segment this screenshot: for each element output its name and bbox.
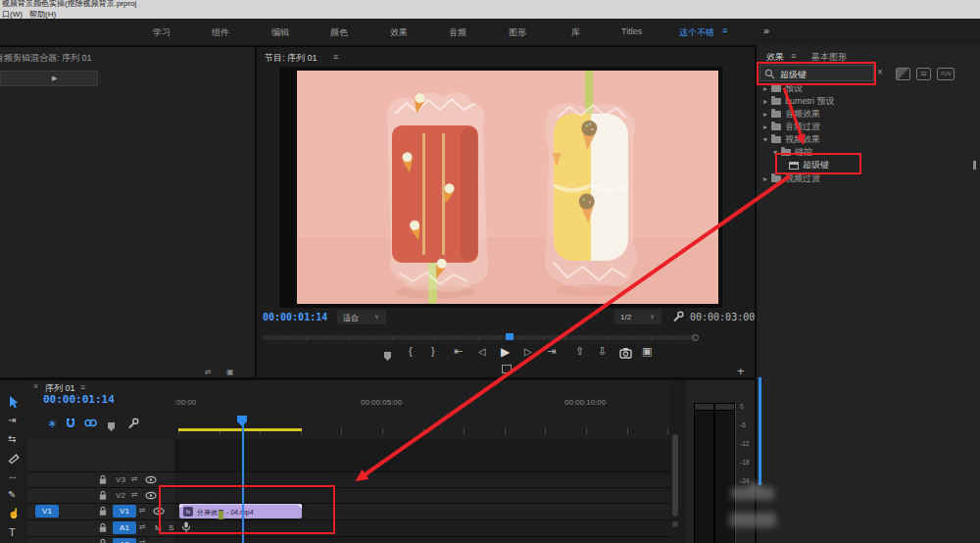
bit-depth-32-badge-icon[interactable]: 32 [916, 68, 931, 80]
track-a1-lock-icon[interactable] [97, 522, 109, 533]
timeline-tab-close-icon[interactable]: × [33, 381, 38, 391]
mark-out-button[interactable]: } [431, 346, 435, 357]
mark-in-button[interactable]: { [409, 346, 413, 357]
folder-icon [771, 123, 781, 130]
chevron-right-icon[interactable]: ▸ [763, 123, 767, 131]
timeline-vertical-scrollbar[interactable] [672, 434, 678, 517]
track-a2-sync-lock-icon[interactable]: ⇄ [139, 538, 146, 543]
extract-button[interactable]: ⇩ [598, 346, 607, 357]
program-fit-dropdown[interactable]: 适合 ∨ [337, 310, 386, 324]
mixer-footer-sync-icon[interactable]: ⇄ [205, 369, 212, 376]
nest-sequence-toggle-icon[interactable]: ∗ [47, 417, 57, 430]
track-select-forward-tool[interactable]: ⇥ [8, 416, 16, 425]
track-a1-sync-lock-icon[interactable]: ⇄ [139, 522, 146, 531]
chevron-right-icon[interactable]: ▸ [763, 175, 767, 183]
ripple-edit-tool[interactable]: ⇆ [8, 434, 16, 444]
workspace-tab-graphics[interactable]: 图形 [509, 26, 526, 39]
program-settings-wrench-icon[interactable] [672, 311, 684, 322]
linked-selection-icon[interactable] [84, 418, 97, 428]
track-v1-lock-icon[interactable] [97, 506, 109, 517]
razor-tool[interactable] [8, 453, 20, 465]
chevron-right-icon[interactable]: ▸ [763, 98, 767, 106]
effect-row-badge [973, 161, 976, 170]
effects-panel-scrollbar[interactable] [759, 377, 761, 485]
timeline-playhead-marker[interactable] [237, 416, 247, 426]
ruler-label-5s: 00:00:05:00 [361, 398, 402, 407]
track-a2-label[interactable]: A2 [113, 538, 136, 543]
source-patch-v1[interactable]: V1 [35, 505, 59, 518]
export-frame-camera-icon[interactable] [619, 347, 632, 359]
workspace-tab-assembly[interactable]: 组件 [212, 26, 229, 39]
workspace-tab-menu-icon[interactable]: ≡ [722, 25, 727, 35]
chevron-right-icon[interactable]: ▸ [763, 111, 767, 119]
work-area-bar[interactable] [178, 428, 302, 431]
yuv-badge-icon[interactable]: YUV [937, 68, 955, 80]
track-v3-lock-icon[interactable] [97, 474, 109, 485]
program-duration-timecode: 00:00:03:00 [690, 312, 755, 322]
track-v2-sync-lock-icon[interactable]: ⇄ [131, 490, 138, 499]
program-resolution-dropdown[interactable]: 1/2 ∨ [614, 310, 662, 324]
workspace-overflow-icon[interactable]: » [763, 25, 769, 36]
track-v3-sync-lock-icon[interactable]: ⇄ [131, 474, 138, 483]
timeline-timecode[interactable]: 00:00:01:14 [43, 393, 115, 406]
workspace-tab-color[interactable]: 颜色 [330, 26, 348, 39]
program-current-timecode[interactable]: 00:00:01:14 [263, 312, 327, 322]
chevron-right-icon[interactable]: ▸ [763, 85, 767, 93]
hand-tool[interactable]: ☝ [8, 509, 20, 518]
window-title: 视频背景颜色实操(抠除视频背景.prproj [2, 0, 136, 9]
selection-tool[interactable] [8, 396, 20, 409]
track-v2-label[interactable]: V2 [113, 489, 128, 502]
accelerated-effects-badge-icon[interactable] [896, 68, 910, 80]
effects-tree-item-lumetri-presets[interactable]: ▸ Lumetri 预设 [763, 95, 977, 108]
track-v1-label[interactable]: V1 [113, 505, 136, 518]
play-button[interactable]: ▶ [501, 346, 510, 358]
timeline-panel-menu-icon[interactable]: ≡ [80, 382, 85, 392]
blurred-watermark [729, 513, 776, 527]
track-a2-lock-icon[interactable] [97, 538, 109, 543]
button-editor-plus-button[interactable]: + [737, 364, 745, 378]
program-monitor-panel: 节目: 序列 01 ≡ [257, 47, 755, 377]
track-v2-lock-icon[interactable] [97, 490, 109, 501]
slip-tool[interactable]: ↔ [8, 471, 18, 481]
lift-button[interactable]: ⇧ [575, 346, 584, 357]
workspace-tab-audio[interactable]: 音频 [449, 26, 466, 39]
go-to-in-button[interactable]: ⇤ [454, 346, 463, 357]
workspace-tab-effects[interactable]: 效果 [390, 26, 408, 39]
effects-tree-item-video-effects[interactable]: ▾ 视频效果 [763, 133, 977, 146]
workspace-bar: 学习 组件 编辑 颜色 效果 音频 图形 库 Titles 这个不错 ≡ » [0, 19, 980, 45]
audio-clip-mixer-panel: 音频剪辑混合器: 序列 01 ▶ ⇄ ▣ [0, 47, 255, 377]
workspace-tab-editing[interactable]: 编辑 [271, 26, 289, 39]
meter-db-24: -24 [740, 477, 749, 484]
type-tool[interactable]: T [9, 527, 16, 538]
window-titlebar: 视频背景颜色实操(抠除视频背景.prproj [0, 0, 980, 9]
track-a1-label[interactable]: A1 [113, 521, 136, 534]
scrollbar-end-dot[interactable] [672, 521, 678, 527]
folder-icon [771, 85, 781, 92]
step-back-button[interactable]: ◁ [478, 347, 486, 357]
effects-panel-menu-icon[interactable]: ≡ [791, 51, 796, 61]
mixer-automation-dropdown[interactable]: ▶ [0, 71, 98, 86]
track-v1-sync-lock-icon[interactable]: ⇄ [139, 506, 146, 515]
timeline-add-marker-button[interactable] [108, 418, 115, 435]
pen-tool[interactable]: ✎ [8, 490, 16, 500]
add-marker-button[interactable] [384, 347, 391, 365]
track-v3-eye-icon[interactable] [145, 475, 157, 484]
track-v3-label[interactable]: V3 [113, 473, 128, 486]
workspace-tab-libraries[interactable]: 库 [571, 26, 580, 39]
workspace-tab-titles[interactable]: Titles [621, 26, 642, 36]
comparison-view-button[interactable]: ▣ [642, 346, 652, 357]
snap-magnet-icon[interactable] [65, 418, 76, 429]
program-scrubber-playhead[interactable] [506, 333, 514, 340]
audio-meter-left-bar [694, 410, 714, 543]
meter-db-18: -18 [740, 459, 749, 466]
track-v2-eye-icon[interactable] [145, 491, 157, 500]
search-clear-icon[interactable]: × [877, 67, 883, 77]
timeline-settings-wrench-icon[interactable] [127, 418, 139, 429]
workspace-tab-learning[interactable]: 学习 [153, 26, 171, 39]
program-scrubber[interactable] [263, 335, 696, 340]
program-panel-menu-icon[interactable]: ≡ [333, 52, 338, 62]
chevron-down-icon[interactable]: ▾ [763, 136, 767, 144]
program-resolution-label: 1/2 [620, 313, 631, 321]
mixer-footer-monitor-icon[interactable]: ▣ [226, 369, 234, 376]
workspace-tab-active[interactable]: 这个不错 [679, 26, 714, 39]
